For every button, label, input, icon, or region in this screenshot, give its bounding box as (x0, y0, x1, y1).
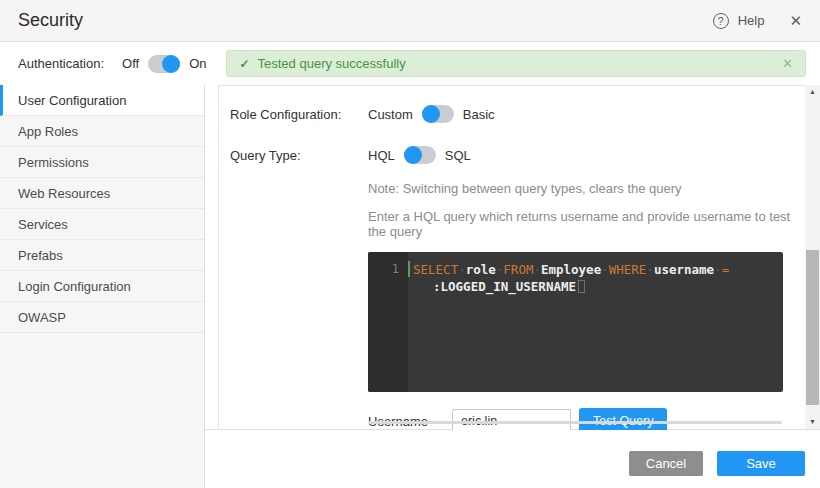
close-icon[interactable]: ✕ (789, 12, 802, 30)
query-type-label: Query Type: (230, 148, 368, 163)
sidebar-item-services[interactable]: Services (0, 209, 204, 240)
dialog-footer: Cancel Save (205, 430, 820, 488)
help-icon[interactable]: ? (713, 13, 729, 29)
query-type-toggle[interactable] (404, 146, 436, 164)
query-type-row: Query Type: HQL SQL (230, 140, 805, 170)
whitespace-dot: · (646, 262, 654, 277)
whitespace-dot: · (458, 262, 466, 277)
scroll-up-icon[interactable]: ▲ (809, 88, 816, 96)
query-code-editor[interactable]: 1 SELECT·role·FROM·Employee·WHERE·userna… (368, 252, 783, 392)
code-line: SELECT·role·FROM·Employee·WHERE·username… (413, 261, 777, 278)
code-line: :LOGGED_IN_USERNAME (413, 278, 777, 295)
editor-code[interactable]: SELECT·role·FROM·Employee·WHERE·username… (408, 252, 783, 392)
role-basic-label[interactable]: Basic (463, 107, 495, 122)
editor-caret (578, 280, 585, 293)
sidebar: User Configuration App Roles Permissions… (0, 85, 205, 488)
dialog-header: Security ? Help ✕ (0, 0, 820, 42)
security-dialog: Security ? Help ✕ Authentication: Off On… (0, 0, 820, 488)
check-icon: ✓ (239, 57, 249, 71)
horizontal-scrollbar[interactable] (368, 421, 782, 424)
role-configuration-label: Role Configuration: (230, 107, 368, 122)
sidebar-item-login-configuration[interactable]: Login Configuration (0, 271, 204, 302)
role-configuration-row: Role Configuration: Custom Basic (230, 99, 805, 129)
authentication-on-label[interactable]: On (189, 56, 206, 71)
role-configuration-toggle[interactable] (422, 105, 454, 123)
whitespace-dot: · (533, 262, 541, 277)
query-hql-label[interactable]: HQL (368, 148, 395, 163)
editor-line-number: 1 (368, 252, 408, 392)
vertical-scrollbar[interactable]: ▲ ▼ (805, 85, 820, 429)
whitespace-dot: · (714, 262, 722, 277)
sidebar-item-prefabs[interactable]: Prefabs (0, 240, 204, 271)
dialog-body: User Configuration App Roles Permissions… (0, 85, 820, 488)
scrollbar-thumb[interactable] (806, 250, 819, 405)
whitespace-dot: · (601, 262, 609, 277)
header-actions: ? Help ✕ (713, 12, 802, 30)
sidebar-item-permissions[interactable]: Permissions (0, 147, 204, 178)
user-configuration-form: Role Configuration: Custom Basic Query T… (218, 85, 805, 429)
authentication-off-label[interactable]: Off (122, 56, 139, 71)
help-link[interactable]: Help (738, 13, 765, 28)
banner-close-icon[interactable]: ✕ (782, 56, 793, 71)
success-banner: ✓ Tested query successfully ✕ (226, 50, 806, 77)
sidebar-item-user-configuration[interactable]: User Configuration (0, 85, 204, 116)
page-title: Security (18, 10, 83, 31)
authentication-toggle[interactable] (148, 55, 180, 73)
content-panel: Role Configuration: Custom Basic Query T… (205, 85, 820, 430)
query-type-note: Note: Switching between query types, cle… (368, 181, 805, 196)
content-gap (205, 85, 218, 429)
query-sql-label[interactable]: SQL (445, 148, 471, 163)
toggle-knob (162, 55, 180, 73)
scroll-down-icon[interactable]: ▼ (809, 418, 816, 426)
sidebar-item-web-resources[interactable]: Web Resources (0, 178, 204, 209)
toggle-knob (422, 105, 440, 123)
cancel-button[interactable]: Cancel (629, 451, 703, 476)
sidebar-item-owasp[interactable]: OWASP (0, 302, 204, 333)
role-custom-label[interactable]: Custom (368, 107, 413, 122)
authentication-label: Authentication: (18, 56, 104, 71)
save-button[interactable]: Save (717, 451, 805, 476)
footer-buttons: Cancel Save (629, 451, 805, 476)
query-instruction: Enter a HQL query which returns username… (368, 209, 805, 239)
sidebar-item-app-roles[interactable]: App Roles (0, 116, 204, 147)
vcs-change-bar (408, 261, 410, 277)
content-column: Role Configuration: Custom Basic Query T… (205, 85, 820, 488)
authentication-row: Authentication: Off On ✓ Tested query su… (0, 42, 820, 85)
toggle-knob (404, 146, 422, 164)
success-message: Tested query successfully (258, 56, 406, 71)
